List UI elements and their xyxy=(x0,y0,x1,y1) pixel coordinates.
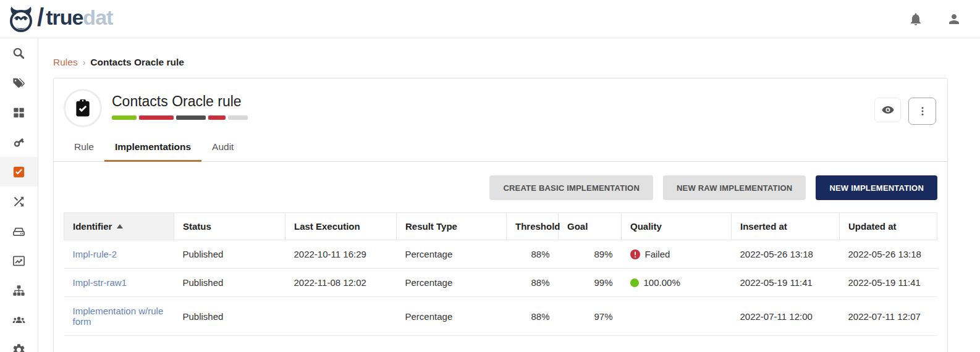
topbar: / truedat xyxy=(0,0,980,38)
inserted-at-cell: 2022-05-19 11:41 xyxy=(732,269,840,297)
quality-cell: Failed xyxy=(622,240,732,269)
sidebar-item-search[interactable] xyxy=(0,38,38,68)
logo-slash: / xyxy=(37,4,44,31)
last-execution-cell: 2022-10-11 16:29 xyxy=(285,240,397,269)
column-header-updated-at[interactable]: Updated at xyxy=(840,213,937,240)
threshold-cell: 88% xyxy=(507,240,559,269)
column-header-identifier[interactable]: Identifier xyxy=(64,213,174,240)
users-icon xyxy=(12,313,26,327)
tab-audit[interactable]: Audit xyxy=(201,135,244,162)
shuffle-icon xyxy=(12,195,26,209)
table-row[interactable]: Impl-rule-2 Published 2022-10-11 16:29 P… xyxy=(64,240,937,269)
quality-cell: 100.00% xyxy=(622,269,732,297)
quality-result-segment xyxy=(139,115,174,120)
sidebar xyxy=(0,38,38,352)
table-header-row: Identifier Status Last Execution Result … xyxy=(64,213,937,240)
sidebar-item-tags[interactable] xyxy=(0,68,38,98)
last-execution-cell xyxy=(285,297,397,336)
sidebar-item-quality-rules[interactable] xyxy=(0,157,38,186)
bell-icon[interactable] xyxy=(908,12,923,27)
implementation-link[interactable]: Impl-rule-2 xyxy=(73,249,117,259)
table-row[interactable]: Implementation w/rule form Published Per… xyxy=(64,297,937,336)
quality-cell xyxy=(622,297,732,336)
column-header-quality[interactable]: Quality xyxy=(622,213,732,240)
table-row[interactable]: Impl-str-raw1 Published 2022-11-08 12:02… xyxy=(64,269,937,297)
inserted-at-cell: 2022-07-11 12:00 xyxy=(732,297,840,336)
inserted-at-cell: 2022-05-26 13:18 xyxy=(732,240,840,269)
breadcrumb-separator-icon: › xyxy=(83,57,86,67)
quality-result-segment xyxy=(228,115,248,120)
owl-logo-icon xyxy=(7,5,35,33)
last-execution-cell: 2022-11-08 12:02 xyxy=(285,269,397,297)
quality-failed-icon xyxy=(630,249,640,259)
rule-card-header: Contacts Oracle rule xyxy=(54,78,947,131)
threshold-cell: 88% xyxy=(507,297,559,336)
new-implementation-button[interactable]: NEW IMPLEMENTATION xyxy=(816,175,937,200)
logo-wordmark: truedat xyxy=(46,6,112,30)
sidebar-item-users[interactable] xyxy=(0,305,38,335)
tab-rule[interactable]: Rule xyxy=(64,135,104,162)
logo-word-primary: true xyxy=(46,6,83,29)
main-content: Rules › Contacts Oracle rule Contacts Or… xyxy=(38,38,980,352)
page-title: Contacts Oracle rule xyxy=(112,93,248,110)
sitemap-icon xyxy=(12,283,26,298)
user-icon[interactable] xyxy=(947,12,961,27)
updated-at-cell: 2022-05-26 13:18 xyxy=(840,240,937,269)
quality-result-segment xyxy=(208,115,226,120)
sidebar-item-analytics[interactable] xyxy=(0,246,38,275)
tab-implementations[interactable]: Implementations xyxy=(104,135,201,162)
storage-drive-icon xyxy=(12,224,26,238)
result-type-cell: Percentage xyxy=(397,240,507,269)
result-type-cell: Percentage xyxy=(397,297,507,336)
column-header-last-execution[interactable]: Last Execution xyxy=(285,213,397,240)
quality-result-segment xyxy=(112,115,137,120)
column-header-status[interactable]: Status xyxy=(174,213,285,240)
line-chart-icon xyxy=(12,254,26,268)
sidebar-item-data-structures[interactable] xyxy=(0,216,38,246)
watch-button[interactable] xyxy=(874,98,901,122)
rule-title-block: Contacts Oracle rule xyxy=(112,89,248,127)
goal-cell: 89% xyxy=(559,240,622,269)
implementation-actions: CREATE BASIC IMPLEMENTATION NEW RAW IMPL… xyxy=(64,175,937,200)
goal-cell: 99% xyxy=(559,269,622,297)
threshold-cell: 88% xyxy=(507,269,559,297)
tags-icon xyxy=(12,76,26,90)
gear-icon xyxy=(12,343,26,352)
updated-at-cell: 2022-05-19 11:41 xyxy=(840,269,937,297)
truedat-logo[interactable]: / truedat xyxy=(7,4,112,34)
create-basic-implementation-button[interactable]: CREATE BASIC IMPLEMENTATION xyxy=(489,175,653,200)
breadcrumb-rules-link[interactable]: Rules xyxy=(53,57,78,68)
column-label: Identifier xyxy=(73,221,112,232)
rule-avatar xyxy=(64,89,102,127)
quality-results-bar xyxy=(112,115,248,120)
goal-cell: 97% xyxy=(559,297,622,336)
column-header-result-type[interactable]: Result Type xyxy=(397,213,507,240)
more-actions-button[interactable] xyxy=(908,98,936,125)
clipboard-check-icon xyxy=(72,98,93,119)
sidebar-item-dashboards[interactable] xyxy=(0,98,38,127)
sidebar-item-lineage[interactable] xyxy=(0,186,38,216)
sidebar-item-taxonomy[interactable] xyxy=(0,275,38,305)
kebab-menu-icon xyxy=(917,106,928,117)
status-cell: Published xyxy=(174,297,285,336)
updated-at-cell: 2022-07-11 12:07 xyxy=(840,297,937,336)
column-header-inserted-at[interactable]: Inserted at xyxy=(732,213,840,240)
implementation-link[interactable]: Impl-str-raw1 xyxy=(73,277,127,288)
column-header-goal[interactable]: Goal xyxy=(559,213,622,240)
sidebar-item-permissions[interactable] xyxy=(0,127,38,157)
result-type-cell: Percentage xyxy=(397,269,507,297)
logo-word-secondary: dat xyxy=(83,6,112,29)
implementation-link[interactable]: Implementation w/rule form xyxy=(73,306,164,327)
search-icon xyxy=(12,46,26,61)
sort-asc-icon xyxy=(117,224,123,228)
status-cell: Published xyxy=(174,269,285,297)
quality-result-segment xyxy=(176,115,206,120)
implementations-table: Identifier Status Last Execution Result … xyxy=(64,212,937,336)
breadcrumb-current: Contacts Oracle rule xyxy=(90,57,184,68)
eye-icon xyxy=(881,103,895,117)
column-header-threshold[interactable]: Threshold xyxy=(507,213,559,240)
key-icon xyxy=(12,135,26,149)
sidebar-item-settings[interactable] xyxy=(0,335,38,352)
new-raw-implementation-button[interactable]: NEW RAW IMPLEMENTATION xyxy=(663,175,806,200)
topbar-actions xyxy=(908,12,961,27)
